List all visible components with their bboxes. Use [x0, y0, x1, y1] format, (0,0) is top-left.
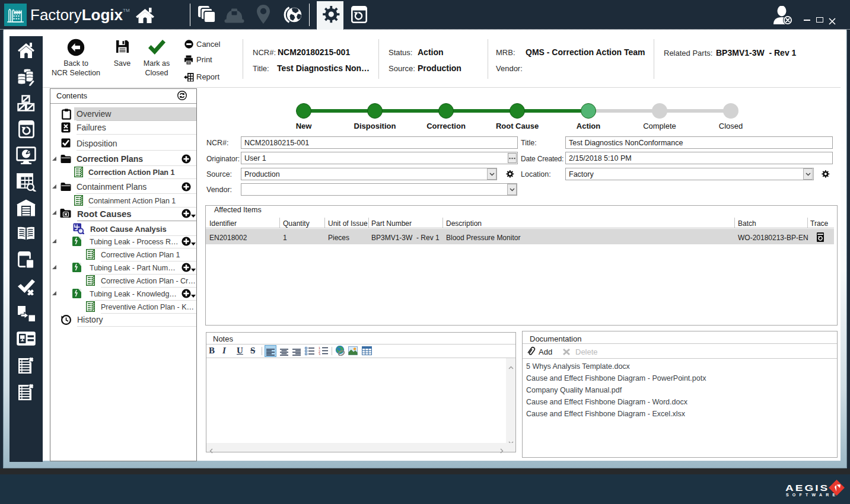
svg-text:3: 3: [319, 353, 320, 356]
